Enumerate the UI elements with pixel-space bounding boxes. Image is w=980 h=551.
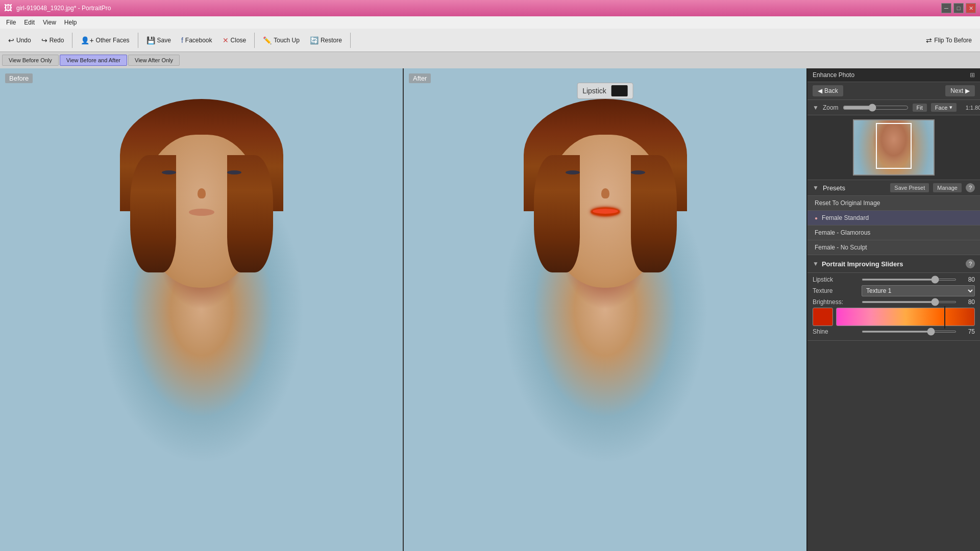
shine-value: 75 [960,328,975,335]
zoom-fit-button[interactable]: Fit [913,104,927,112]
close-button[interactable]: ✕ Close [218,34,251,46]
menu-edit[interactable]: Edit [20,18,39,27]
presets-list: Reset To Original Image ● Female Standar… [807,196,980,255]
save-button[interactable]: 💾 Save [142,34,175,46]
other-faces-button[interactable]: 👤+ Other Faces [77,34,133,46]
lipstick-color-swatch[interactable] [611,85,628,96]
sliders-collapse-icon[interactable]: ▼ [813,260,819,267]
texture-dropdown[interactable]: Texture 1 Texture 2 Texture 3 [862,285,975,296]
minimize-button[interactable]: ─ [941,3,951,13]
nav-row: ◀ Back Next ▶ [807,82,980,100]
touch-up-icon: ✏️ [263,36,272,44]
view-after-only-button[interactable]: View After Only [128,55,180,66]
brightness-slider-label: Brightness: [813,298,859,306]
view-before-and-after-button[interactable]: View Before and After [60,55,127,66]
flip-icon: ⇄ [926,36,932,44]
color-swatch[interactable] [813,308,833,326]
preset-active-dot: ● [815,215,818,221]
undo-button[interactable]: ↩ Undo [4,34,35,46]
right-panel: Enhance Photo ⊞ ◀ Back Next ▶ ▼ Zoom Fit… [806,68,980,551]
presets-collapse-icon[interactable]: ▼ [813,184,819,191]
preset-item-no-sculpt[interactable]: Female - No Sculpt [807,240,980,255]
shine-slider[interactable] [862,331,957,333]
restore-button[interactable]: 🔄 Restore [306,34,346,46]
app-icon: 🖼 [4,4,12,13]
preset-item-reset[interactable]: Reset To Original Image [807,196,980,211]
brightness-value: 80 [960,298,975,306]
lipstick-bubble: Lipstick [577,83,633,99]
titlebar-title: girl-919048_1920.jpg* - PortraitPro [16,5,111,12]
lipstick-section: Lipstick 80 Texture Texture 1 Texture 2 … [807,273,980,341]
separator-4 [350,33,351,48]
facebook-icon: f [181,36,183,44]
next-button[interactable]: Next ▶ [945,85,975,96]
preset-item-female-standard[interactable]: ● Female Standard [807,211,980,226]
after-image [404,68,806,551]
sliders-help-button[interactable]: ? [966,259,975,268]
thumbnail-highlight [876,123,912,169]
menu-view[interactable]: View [39,18,60,27]
undo-icon: ↩ [8,36,14,44]
other-faces-icon: 👤+ [81,36,93,44]
preset-glamorous-label: Female - Glamorous [815,229,870,236]
maximize-panel-icon[interactable]: ⊞ [970,71,975,79]
flip-to-before-button[interactable]: ⇄ Flip To Before [922,34,976,46]
separator-2 [138,33,138,48]
sliders-title: Portrait Improving Sliders [822,260,963,268]
shine-slider-label: Shine [813,328,859,335]
zoom-value: 1:1.80 [961,105,980,111]
after-panel: After Lipstick [404,68,806,551]
presets-label: Presets [823,184,886,192]
redo-button[interactable]: ↪ Redo [37,34,68,46]
lipstick-slider-label: Lipstick [813,276,859,283]
zoom-face-dropdown-icon: ▾ [949,104,952,111]
facebook-button[interactable]: f Facebook [177,34,216,46]
back-button[interactable]: ◀ Back [813,85,843,96]
color-gradient[interactable] [836,308,975,326]
maximize-button[interactable]: □ [953,3,964,13]
save-preset-button[interactable]: Save Preset [890,183,929,192]
preset-female-standard-label: Female Standard [822,214,869,221]
menu-help[interactable]: Help [60,18,81,27]
next-arrow-icon: ▶ [965,87,970,94]
close-window-button[interactable]: ✕ [966,3,976,13]
color-cursor[interactable] [944,306,945,329]
zoom-face-button[interactable]: Face ▾ [931,103,957,112]
after-label: After [409,73,431,83]
manage-presets-button[interactable]: Manage [933,183,962,192]
sliders-header: ▼ Portrait Improving Sliders ? [807,255,980,273]
preset-reset-label: Reset To Original Image [815,199,880,207]
back-arrow-icon: ◀ [818,87,822,94]
presets-header: ▼ Presets Save Preset Manage ? [807,180,980,196]
brightness-slider[interactable] [862,301,957,303]
image-area: Before After [0,68,806,551]
menubar: File Edit View Help [0,16,980,29]
zoom-row: ▼ Zoom Fit Face ▾ 1:1.80 [807,100,980,115]
separator-1 [72,33,72,48]
texture-row: Texture Texture 1 Texture 2 Texture 3 [813,285,975,296]
texture-label: Texture [813,287,859,294]
preset-item-glamorous[interactable]: Female - Glamorous [807,226,980,240]
lipstick-slider[interactable] [862,279,957,281]
color-bar-container [813,308,975,326]
brightness-slider-row: Brightness: 80 [813,298,975,306]
menu-file[interactable]: File [2,18,20,27]
lipstick-bubble-label: Lipstick [582,87,606,95]
presets-help-button[interactable]: ? [966,183,975,192]
view-toggle-bar: View Before Only View Before and After V… [0,52,980,68]
enhance-header: Enhance Photo ⊞ [807,68,980,82]
before-image [0,68,403,551]
toolbar: ↩ Undo ↪ Redo 👤+ Other Faces 💾 Save f Fa… [0,29,980,52]
titlebar: 🖼 girl-919048_1920.jpg* - PortraitPro ─ … [0,0,980,16]
view-before-only-button[interactable]: View Before Only [2,55,59,66]
thumbnail-frame [853,119,935,176]
save-icon: 💾 [146,36,155,44]
restore-icon: 🔄 [310,36,318,44]
before-panel: Before [0,68,404,551]
zoom-slider[interactable] [843,104,909,112]
lipstick-slider-row: Lipstick 80 [813,276,975,283]
touch-up-button[interactable]: ✏️ Touch Up [259,34,304,46]
zoom-label: Zoom [823,104,839,111]
separator-3 [254,33,255,48]
zoom-collapse-icon[interactable]: ▼ [813,104,819,111]
